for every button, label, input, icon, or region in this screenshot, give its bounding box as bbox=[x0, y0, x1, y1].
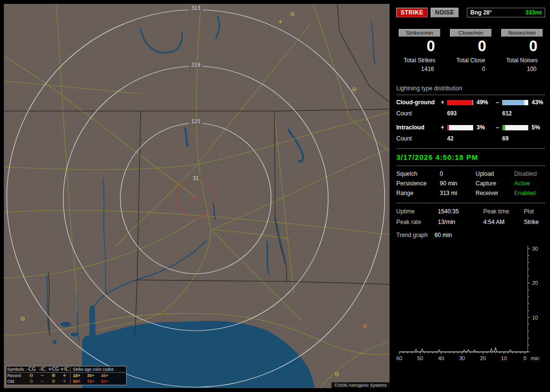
age-code-30: 30+ bbox=[87, 373, 101, 378]
settings-panel: Squelch 0 Upload Disabled Persistence 90… bbox=[396, 169, 545, 198]
strike-mode-button[interactable]: STRIKE bbox=[396, 8, 428, 17]
legend-age-header: Strike age color codes bbox=[70, 367, 125, 372]
neg-ic-bar-fill bbox=[502, 125, 505, 130]
total-strikes-value: 1416 bbox=[396, 66, 443, 72]
pos-ic-recent-icon: + bbox=[59, 373, 70, 378]
close-per-min-column: Close/min 0 Total Close 0 bbox=[448, 29, 494, 72]
strike-symbol: ⊕ bbox=[362, 322, 367, 329]
stats-row: Uptime 1540:35 Peak time Plot bbox=[396, 206, 545, 217]
pos-cg-bar-fill bbox=[447, 100, 473, 105]
count-label: Count bbox=[396, 110, 441, 117]
svg-text:20: 20 bbox=[532, 280, 538, 286]
settings-row: Range 313 mi Receiver Enabled bbox=[396, 188, 545, 198]
svg-text:10: 10 bbox=[532, 315, 538, 321]
distribution-title: Lightning type distribution bbox=[396, 85, 545, 92]
pos-cg-old-icon: ⊕ bbox=[48, 379, 59, 384]
neg-cg-bar bbox=[502, 100, 528, 105]
datetime-display: 3/17/2026 4:50:18 PM bbox=[396, 152, 545, 163]
strike-symbol: ⊖ bbox=[20, 315, 25, 322]
pos-ic-bar-fill bbox=[447, 125, 449, 130]
stats-panel: Uptime 1540:35 Peak time Plot Peak rate … bbox=[396, 206, 545, 227]
legend-row-old: Old ⊖ − ⊕ + 60+ 75+ 90+ bbox=[7, 378, 125, 384]
divider bbox=[396, 166, 545, 166]
neg-ic-recent-icon: − bbox=[37, 373, 48, 378]
legend-symbols-header: Symbols bbox=[7, 367, 26, 372]
range-value: 313 mi bbox=[440, 190, 476, 196]
total-strikes-label: Total Strikes bbox=[396, 57, 443, 64]
copyright-notice: ©2005 Astrogenic Systems bbox=[331, 382, 390, 388]
settings-row: Squelch 0 Upload Disabled bbox=[396, 169, 545, 179]
legend-col-pos-cg: +CG bbox=[48, 367, 59, 372]
strikes-per-min-column: Strikes/min 0 Total Strikes 1416 bbox=[396, 29, 443, 72]
pos-cg-recent-icon: ⊕ bbox=[48, 373, 59, 378]
range-ring-label: 219 bbox=[191, 62, 200, 68]
legend-col-pos-ic: +IC bbox=[59, 367, 70, 372]
total-close-label: Total Close bbox=[448, 57, 494, 64]
plot-value: Strike bbox=[524, 219, 545, 225]
close-per-min-label: Close/min bbox=[450, 29, 492, 37]
lightning-map[interactable]: 313 219 125 31 ⊖+⊖⊖⊕⊖ Symbols -CG -IC +C… bbox=[4, 4, 390, 388]
receiver-status: Enabled bbox=[514, 190, 545, 196]
pos-ic-count: 42 bbox=[447, 135, 475, 142]
total-noises-value: 100 bbox=[499, 66, 545, 72]
uptime-value: 1540:35 bbox=[438, 208, 483, 215]
svg-text:min: min bbox=[531, 355, 539, 361]
noises-per-min-value: 0 bbox=[499, 37, 545, 56]
strike-symbol: ⊖ bbox=[290, 11, 295, 17]
squelch-label: Squelch bbox=[396, 170, 440, 177]
pos-ic-percent: 3% bbox=[475, 124, 496, 131]
svg-text:60: 60 bbox=[396, 355, 402, 361]
pos-cg-bar bbox=[447, 100, 473, 105]
close-per-min-value: 0 bbox=[448, 37, 494, 56]
strike-symbol: + bbox=[278, 18, 283, 25]
age-code-75: 75+ bbox=[87, 379, 101, 384]
mode-toolbar: STRIKE NOISE Bng 28° 333mi bbox=[396, 8, 545, 17]
upload-label: Upload bbox=[476, 170, 514, 177]
svg-text:30: 30 bbox=[532, 246, 538, 252]
count-label: Count bbox=[396, 135, 441, 142]
age-code-15: 15+ bbox=[73, 373, 87, 378]
legend-recent-label: Recent bbox=[7, 373, 26, 378]
map-graphics: 313 219 125 31 ⊖+⊖⊖⊕⊖ bbox=[4, 4, 390, 388]
plus-sign: + bbox=[441, 99, 447, 106]
bearing-range-display: Bng 28° 333mi bbox=[467, 8, 545, 17]
capture-label: Capture bbox=[476, 180, 514, 187]
intracloud-label: Intracloud bbox=[396, 124, 441, 131]
pos-ic-bar bbox=[447, 125, 473, 130]
svg-text:40: 40 bbox=[438, 355, 444, 361]
age-code-60: 60+ bbox=[73, 379, 87, 384]
control-panel: STRIKE NOISE Bng 28° 333mi Strikes/min 0… bbox=[393, 4, 547, 388]
uptime-label: Uptime bbox=[396, 208, 438, 215]
range-ring-label: 125 bbox=[191, 119, 200, 124]
peak-rate-value: 13/min bbox=[438, 219, 483, 225]
divider bbox=[396, 203, 545, 203]
range-label: Range bbox=[396, 190, 440, 196]
strike-symbol: ⊖ bbox=[334, 371, 339, 378]
minus-sign: – bbox=[496, 99, 502, 106]
trend-graph: 6050403020100min102030 bbox=[396, 242, 547, 366]
peak-rate-label: Peak rate bbox=[396, 219, 438, 225]
divider bbox=[396, 148, 545, 149]
divider bbox=[396, 95, 545, 95]
neg-cg-old-icon: ⊖ bbox=[26, 379, 37, 384]
cloud-ground-count-row: Count 693 612 bbox=[396, 110, 545, 117]
legend-col-neg-cg: -CG bbox=[26, 367, 37, 372]
neg-ic-count: 69 bbox=[502, 135, 530, 142]
trend-graph-window: 60 min bbox=[434, 232, 452, 238]
squelch-value: 0 bbox=[440, 170, 476, 177]
legend-row-recent: Recent ⊖ − ⊕ + 15+ 30+ 45+ bbox=[7, 373, 125, 378]
plot-label: Plot bbox=[524, 208, 545, 215]
bearing-value: Bng 28° bbox=[470, 9, 492, 16]
trend-graph-header: Trend graph 60 min bbox=[396, 229, 545, 241]
noise-mode-button[interactable]: NOISE bbox=[431, 8, 459, 17]
strikes-per-min-value: 0 bbox=[396, 37, 443, 56]
cloud-ground-row: Cloud-ground + 49% – 43% bbox=[396, 98, 545, 107]
bearing-distance: 333mi bbox=[525, 9, 542, 16]
legend-old-label: Old bbox=[7, 379, 26, 384]
receiver-label: Receiver bbox=[476, 190, 514, 196]
neg-cg-percent: 43% bbox=[530, 99, 545, 106]
legend-header: Symbols -CG -IC +CG +IC Strike age color… bbox=[7, 367, 125, 373]
peak-time-label: Peak time bbox=[483, 208, 524, 215]
intracloud-row: Intracloud + 3% – 5% bbox=[396, 123, 545, 132]
neg-cg-recent-icon: ⊖ bbox=[26, 373, 37, 378]
